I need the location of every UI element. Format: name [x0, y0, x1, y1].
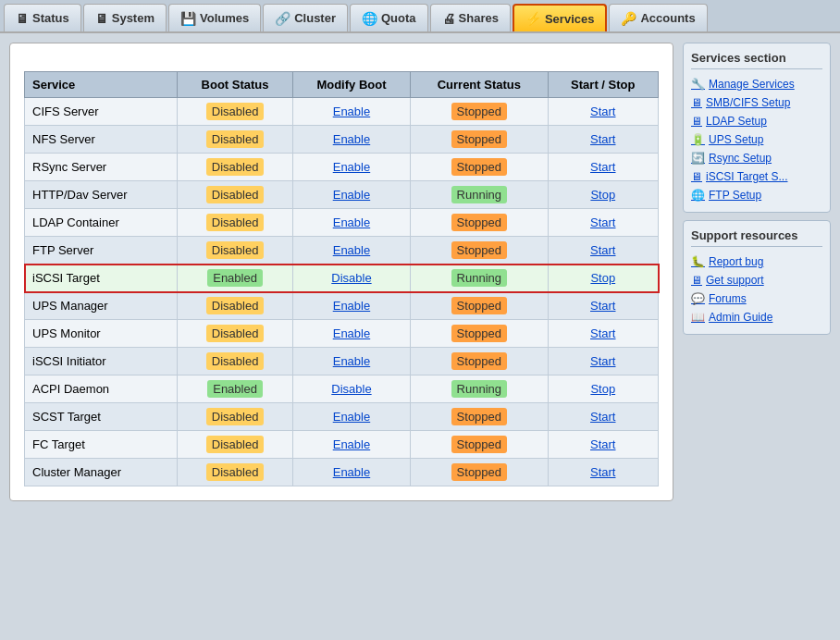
service-name: LDAP Container: [25, 209, 178, 237]
start-stop-action[interactable]: Start: [548, 209, 658, 237]
service-name: FTP Server: [25, 237, 178, 265]
sidebar-item[interactable]: 🖥iSCSI Target S...: [691, 167, 822, 186]
nav-tab-services[interactable]: ⚡Services: [513, 4, 608, 31]
sidebar-item-label: iSCSI Target S...: [706, 170, 787, 183]
service-name: iSCSI Initiator: [25, 348, 178, 375]
sidebar-item-icon: 🖥: [691, 170, 702, 183]
modify-boot[interactable]: Enable: [292, 98, 410, 126]
sidebar-item-icon: 📖: [691, 311, 705, 324]
start-stop-action[interactable]: Start: [548, 126, 658, 154]
nav-tab-volumes[interactable]: 💾Volumes: [168, 4, 261, 31]
nav-tab-status[interactable]: 🖥Status: [4, 4, 81, 31]
start-stop-action[interactable]: Start: [548, 98, 658, 126]
modify-boot[interactable]: Enable: [292, 181, 410, 209]
quota-icon: 🌐: [362, 11, 377, 26]
nav-tab-label: System: [112, 11, 154, 25]
table-row: HTTP/Dav ServerDisabledEnableRunningStop: [25, 181, 659, 209]
modify-boot[interactable]: Disable: [292, 375, 410, 403]
start-stop-action[interactable]: Stop: [548, 375, 658, 403]
sidebar-item-icon: 🔋: [691, 133, 705, 146]
modify-boot[interactable]: Disable: [292, 265, 410, 292]
current-status: Stopped: [411, 431, 548, 459]
nav-tab-system[interactable]: 🖥System: [83, 4, 167, 31]
table-column-header: Service: [25, 72, 178, 98]
start-stop-action[interactable]: Start: [548, 348, 658, 375]
service-name: SCST Target: [25, 403, 178, 431]
modify-boot[interactable]: Enable: [292, 431, 410, 459]
boot-status: Disabled: [178, 126, 292, 154]
sidebar-item[interactable]: 💬Forums: [691, 289, 822, 308]
sidebar-item[interactable]: 🖥Get support: [691, 271, 822, 289]
nav-tab-label: Shares: [459, 11, 499, 25]
sidebar-item[interactable]: 🔧Manage Services: [691, 75, 822, 93]
start-stop-action[interactable]: Start: [548, 237, 658, 265]
sidebar-item-label: UPS Setup: [709, 133, 763, 146]
sidebar-item-label: LDAP Setup: [706, 115, 767, 128]
volumes-icon: 💾: [180, 11, 196, 26]
sidebar-item-icon: 🖥: [691, 96, 702, 109]
start-stop-action[interactable]: Start: [548, 154, 658, 181]
current-status: Stopped: [411, 292, 548, 320]
boot-status: Disabled: [178, 320, 292, 348]
table-row: iSCSI TargetEnabledDisableRunningStop: [25, 265, 659, 292]
modify-boot[interactable]: Enable: [292, 403, 410, 431]
nav-tab-shares[interactable]: 🖨Shares: [430, 4, 511, 31]
sidebar-item[interactable]: 📖Admin Guide: [691, 308, 822, 326]
modify-boot[interactable]: Enable: [292, 209, 410, 237]
sidebar-item[interactable]: 🐛Report bug: [691, 252, 822, 271]
boot-status: Disabled: [178, 348, 292, 375]
modify-boot[interactable]: Enable: [292, 459, 410, 486]
sidebar-item[interactable]: 🌐FTP Setup: [691, 186, 822, 204]
table-row: UPS ManagerDisabledEnableStoppedStart: [25, 292, 659, 320]
sidebar-item-label: FTP Setup: [709, 189, 761, 202]
sidebar-item-label: Get support: [706, 274, 764, 287]
start-stop-action[interactable]: Start: [548, 431, 658, 459]
table-row: LDAP ContainerDisabledEnableStoppedStart: [25, 209, 659, 237]
table-row: RSync ServerDisabledEnableStoppedStart: [25, 154, 659, 181]
modify-boot[interactable]: Enable: [292, 320, 410, 348]
start-stop-action[interactable]: Start: [548, 403, 658, 431]
cluster-icon: 🔗: [275, 11, 290, 26]
modify-boot[interactable]: Enable: [292, 237, 410, 265]
modify-boot[interactable]: Enable: [292, 154, 410, 181]
service-name: HTTP/Dav Server: [25, 181, 178, 209]
nav-tab-accounts[interactable]: 🔑Accounts: [609, 4, 707, 31]
sidebar-item-icon: 🖥: [691, 274, 702, 287]
sidebar-item[interactable]: 🔄Rsync Setup: [691, 149, 822, 167]
boot-status: Enabled: [178, 375, 292, 403]
nav-tab-quota[interactable]: 🌐Quota: [350, 4, 428, 31]
sidebar-item-icon: 🌐: [691, 189, 705, 202]
boot-status: Disabled: [178, 403, 292, 431]
start-stop-action[interactable]: Stop: [548, 265, 658, 292]
nav-tab-cluster[interactable]: 🔗Cluster: [263, 4, 348, 31]
start-stop-action[interactable]: Start: [548, 320, 658, 348]
nav-tab-label: Cluster: [294, 11, 336, 25]
current-status: Stopped: [411, 320, 548, 348]
nav-tab-label: Status: [32, 11, 69, 25]
sidebar-item-label: Forums: [709, 292, 747, 305]
sidebar-item-label: Manage Services: [709, 78, 795, 91]
modify-boot[interactable]: Enable: [292, 348, 410, 375]
sidebar-item[interactable]: 🖥SMB/CIFS Setup: [691, 93, 822, 112]
table-column-header: Start / Stop: [548, 72, 658, 98]
table-row: SCST TargetDisabledEnableStoppedStart: [25, 403, 659, 431]
start-stop-action[interactable]: Start: [548, 459, 658, 486]
service-name: CIFS Server: [25, 98, 178, 126]
current-status: Stopped: [411, 403, 548, 431]
nav-tab-label: Services: [545, 12, 595, 26]
table-row: Cluster ManagerDisabledEnableStoppedStar…: [25, 459, 659, 486]
sidebar-item-icon: 🖥: [691, 115, 702, 128]
boot-status: Disabled: [178, 459, 292, 486]
sidebar-item[interactable]: 🖥LDAP Setup: [691, 112, 822, 130]
boot-status: Disabled: [178, 237, 292, 265]
start-stop-action[interactable]: Stop: [548, 181, 658, 209]
table-column-header: Modify Boot: [292, 72, 410, 98]
service-name: iSCSI Target: [25, 265, 178, 292]
table-row: NFS ServerDisabledEnableStoppedStart: [25, 126, 659, 154]
table-row: ACPI DaemonEnabledDisableRunningStop: [25, 375, 659, 403]
start-stop-action[interactable]: Start: [548, 292, 658, 320]
modify-boot[interactable]: Enable: [292, 292, 410, 320]
modify-boot[interactable]: Enable: [292, 126, 410, 154]
sidebar-item[interactable]: 🔋UPS Setup: [691, 130, 822, 149]
shares-icon: 🖨: [442, 11, 455, 26]
